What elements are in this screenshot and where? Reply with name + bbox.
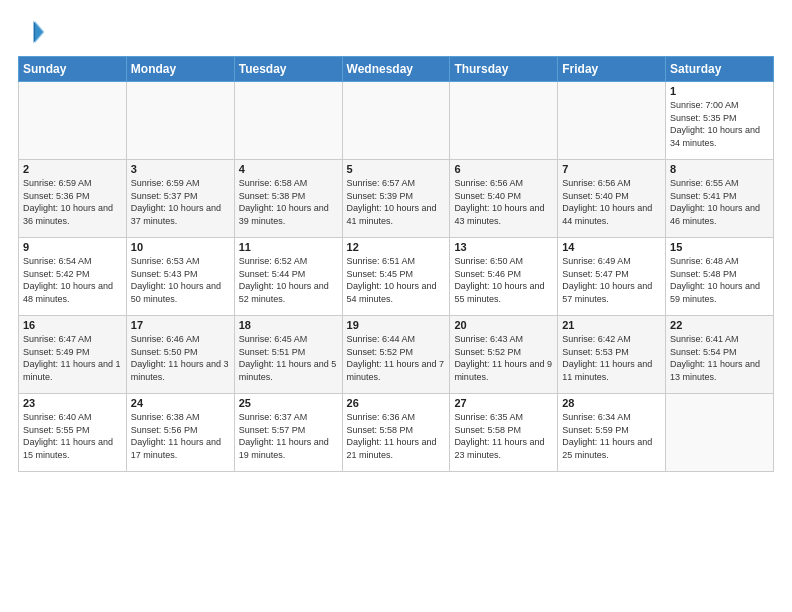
day-number: 7 — [562, 163, 661, 175]
day-info: Sunrise: 6:43 AM Sunset: 5:52 PM Dayligh… — [454, 333, 553, 383]
day-info: Sunrise: 6:51 AM Sunset: 5:45 PM Dayligh… — [347, 255, 446, 305]
calendar-week-5: 23Sunrise: 6:40 AM Sunset: 5:55 PM Dayli… — [19, 394, 774, 472]
day-number: 10 — [131, 241, 230, 253]
day-number: 16 — [23, 319, 122, 331]
day-info: Sunrise: 6:50 AM Sunset: 5:46 PM Dayligh… — [454, 255, 553, 305]
day-info: Sunrise: 6:37 AM Sunset: 5:57 PM Dayligh… — [239, 411, 338, 461]
calendar-cell: 27Sunrise: 6:35 AM Sunset: 5:58 PM Dayli… — [450, 394, 558, 472]
calendar-cell: 24Sunrise: 6:38 AM Sunset: 5:56 PM Dayli… — [126, 394, 234, 472]
calendar-cell: 6Sunrise: 6:56 AM Sunset: 5:40 PM Daylig… — [450, 160, 558, 238]
logo — [18, 18, 50, 46]
header — [18, 18, 774, 46]
calendar-cell: 21Sunrise: 6:42 AM Sunset: 5:53 PM Dayli… — [558, 316, 666, 394]
calendar-cell: 7Sunrise: 6:56 AM Sunset: 5:40 PM Daylig… — [558, 160, 666, 238]
day-number: 17 — [131, 319, 230, 331]
day-info: Sunrise: 6:49 AM Sunset: 5:47 PM Dayligh… — [562, 255, 661, 305]
day-info: Sunrise: 6:59 AM Sunset: 5:37 PM Dayligh… — [131, 177, 230, 227]
weekday-header-friday: Friday — [558, 57, 666, 82]
calendar-cell: 13Sunrise: 6:50 AM Sunset: 5:46 PM Dayli… — [450, 238, 558, 316]
day-info: Sunrise: 6:35 AM Sunset: 5:58 PM Dayligh… — [454, 411, 553, 461]
day-info: Sunrise: 6:38 AM Sunset: 5:56 PM Dayligh… — [131, 411, 230, 461]
calendar-cell — [234, 82, 342, 160]
day-info: Sunrise: 6:42 AM Sunset: 5:53 PM Dayligh… — [562, 333, 661, 383]
day-number: 15 — [670, 241, 769, 253]
day-info: Sunrise: 6:55 AM Sunset: 5:41 PM Dayligh… — [670, 177, 769, 227]
calendar-cell: 19Sunrise: 6:44 AM Sunset: 5:52 PM Dayli… — [342, 316, 450, 394]
calendar-week-1: 1Sunrise: 7:00 AM Sunset: 5:35 PM Daylig… — [19, 82, 774, 160]
calendar-week-2: 2Sunrise: 6:59 AM Sunset: 5:36 PM Daylig… — [19, 160, 774, 238]
day-info: Sunrise: 6:48 AM Sunset: 5:48 PM Dayligh… — [670, 255, 769, 305]
day-number: 18 — [239, 319, 338, 331]
weekday-header-tuesday: Tuesday — [234, 57, 342, 82]
calendar-cell — [126, 82, 234, 160]
logo-icon — [18, 18, 46, 46]
calendar-cell: 17Sunrise: 6:46 AM Sunset: 5:50 PM Dayli… — [126, 316, 234, 394]
calendar-cell: 9Sunrise: 6:54 AM Sunset: 5:42 PM Daylig… — [19, 238, 127, 316]
calendar-cell — [342, 82, 450, 160]
day-number: 3 — [131, 163, 230, 175]
day-number: 28 — [562, 397, 661, 409]
calendar-week-3: 9Sunrise: 6:54 AM Sunset: 5:42 PM Daylig… — [19, 238, 774, 316]
day-info: Sunrise: 6:52 AM Sunset: 5:44 PM Dayligh… — [239, 255, 338, 305]
svg-marker-1 — [35, 21, 44, 43]
day-number: 24 — [131, 397, 230, 409]
weekday-header-sunday: Sunday — [19, 57, 127, 82]
day-info: Sunrise: 6:58 AM Sunset: 5:38 PM Dayligh… — [239, 177, 338, 227]
day-number: 19 — [347, 319, 446, 331]
calendar-cell: 2Sunrise: 6:59 AM Sunset: 5:36 PM Daylig… — [19, 160, 127, 238]
day-number: 9 — [23, 241, 122, 253]
calendar-cell: 23Sunrise: 6:40 AM Sunset: 5:55 PM Dayli… — [19, 394, 127, 472]
day-info: Sunrise: 6:57 AM Sunset: 5:39 PM Dayligh… — [347, 177, 446, 227]
day-number: 21 — [562, 319, 661, 331]
calendar-table: SundayMondayTuesdayWednesdayThursdayFrid… — [18, 56, 774, 472]
calendar-header: SundayMondayTuesdayWednesdayThursdayFrid… — [19, 57, 774, 82]
weekday-header-monday: Monday — [126, 57, 234, 82]
calendar-cell: 1Sunrise: 7:00 AM Sunset: 5:35 PM Daylig… — [666, 82, 774, 160]
calendar-cell: 18Sunrise: 6:45 AM Sunset: 5:51 PM Dayli… — [234, 316, 342, 394]
day-info: Sunrise: 7:00 AM Sunset: 5:35 PM Dayligh… — [670, 99, 769, 149]
day-info: Sunrise: 6:59 AM Sunset: 5:36 PM Dayligh… — [23, 177, 122, 227]
calendar-cell: 16Sunrise: 6:47 AM Sunset: 5:49 PM Dayli… — [19, 316, 127, 394]
day-info: Sunrise: 6:56 AM Sunset: 5:40 PM Dayligh… — [562, 177, 661, 227]
weekday-header-thursday: Thursday — [450, 57, 558, 82]
day-number: 27 — [454, 397, 553, 409]
calendar-week-4: 16Sunrise: 6:47 AM Sunset: 5:49 PM Dayli… — [19, 316, 774, 394]
day-info: Sunrise: 6:46 AM Sunset: 5:50 PM Dayligh… — [131, 333, 230, 383]
day-number: 2 — [23, 163, 122, 175]
calendar-cell: 8Sunrise: 6:55 AM Sunset: 5:41 PM Daylig… — [666, 160, 774, 238]
calendar-cell: 12Sunrise: 6:51 AM Sunset: 5:45 PM Dayli… — [342, 238, 450, 316]
day-number: 20 — [454, 319, 553, 331]
calendar-cell: 4Sunrise: 6:58 AM Sunset: 5:38 PM Daylig… — [234, 160, 342, 238]
calendar-cell: 11Sunrise: 6:52 AM Sunset: 5:44 PM Dayli… — [234, 238, 342, 316]
calendar-cell: 10Sunrise: 6:53 AM Sunset: 5:43 PM Dayli… — [126, 238, 234, 316]
day-number: 4 — [239, 163, 338, 175]
calendar-cell: 15Sunrise: 6:48 AM Sunset: 5:48 PM Dayli… — [666, 238, 774, 316]
day-number: 6 — [454, 163, 553, 175]
day-number: 23 — [23, 397, 122, 409]
day-number: 11 — [239, 241, 338, 253]
day-info: Sunrise: 6:45 AM Sunset: 5:51 PM Dayligh… — [239, 333, 338, 383]
day-info: Sunrise: 6:47 AM Sunset: 5:49 PM Dayligh… — [23, 333, 122, 383]
calendar-cell: 26Sunrise: 6:36 AM Sunset: 5:58 PM Dayli… — [342, 394, 450, 472]
calendar-cell: 28Sunrise: 6:34 AM Sunset: 5:59 PM Dayli… — [558, 394, 666, 472]
day-info: Sunrise: 6:44 AM Sunset: 5:52 PM Dayligh… — [347, 333, 446, 383]
calendar-cell — [666, 394, 774, 472]
weekday-header-wednesday: Wednesday — [342, 57, 450, 82]
day-number: 22 — [670, 319, 769, 331]
weekday-header-row: SundayMondayTuesdayWednesdayThursdayFrid… — [19, 57, 774, 82]
day-info: Sunrise: 6:54 AM Sunset: 5:42 PM Dayligh… — [23, 255, 122, 305]
day-info: Sunrise: 6:53 AM Sunset: 5:43 PM Dayligh… — [131, 255, 230, 305]
day-number: 26 — [347, 397, 446, 409]
day-number: 5 — [347, 163, 446, 175]
calendar-cell — [558, 82, 666, 160]
page: SundayMondayTuesdayWednesdayThursdayFrid… — [0, 0, 792, 612]
day-info: Sunrise: 6:41 AM Sunset: 5:54 PM Dayligh… — [670, 333, 769, 383]
calendar-cell: 22Sunrise: 6:41 AM Sunset: 5:54 PM Dayli… — [666, 316, 774, 394]
day-number: 1 — [670, 85, 769, 97]
calendar-cell: 25Sunrise: 6:37 AM Sunset: 5:57 PM Dayli… — [234, 394, 342, 472]
day-number: 12 — [347, 241, 446, 253]
calendar-cell: 14Sunrise: 6:49 AM Sunset: 5:47 PM Dayli… — [558, 238, 666, 316]
calendar-cell — [19, 82, 127, 160]
day-number: 13 — [454, 241, 553, 253]
day-number: 8 — [670, 163, 769, 175]
